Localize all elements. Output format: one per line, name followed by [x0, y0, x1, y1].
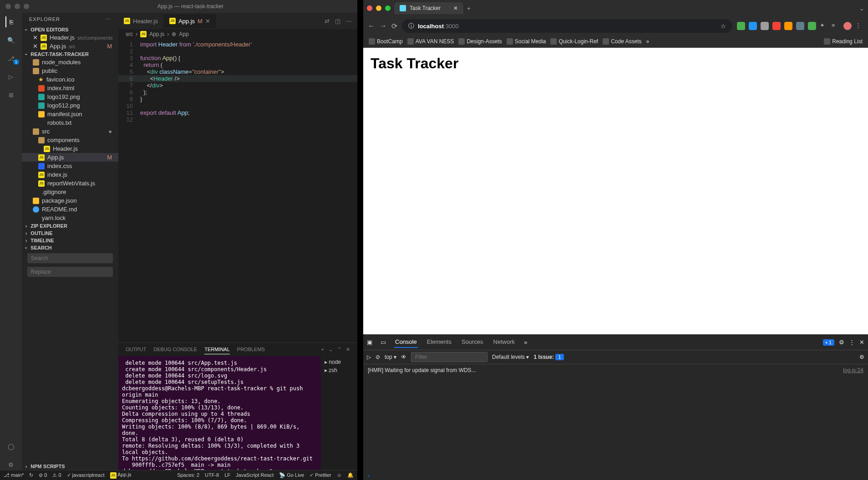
browser-tab[interactable]: Task Tracker ✕ [394, 2, 463, 14]
close-icon[interactable]: ✕ [33, 34, 38, 41]
file-tree-item[interactable]: manifest.json [22, 110, 118, 118]
maximize-icon[interactable] [385, 5, 391, 11]
file-tree-item[interactable]: JSreportWebVitals.js [22, 179, 118, 188]
file-tree-item[interactable]: index.css [22, 162, 118, 170]
ext-icon[interactable] [796, 22, 804, 30]
devtools-tab[interactable]: Sources [461, 337, 484, 348]
errors-count[interactable]: ⊘ 0 [39, 472, 47, 478]
menu-icon[interactable]: ≡ [832, 22, 840, 30]
eye-icon[interactable]: 👁 [401, 354, 406, 360]
panel-tab[interactable]: PROBLEMS [237, 345, 265, 354]
prettier-button[interactable]: ✓ Prettier [310, 472, 331, 478]
open-editor-item[interactable]: ✕JSHeader.js src/components [22, 33, 118, 42]
file-tree-item[interactable]: .gitignore [22, 188, 118, 196]
settings-gear-icon[interactable]: ⚙ [5, 459, 16, 470]
ext-icon[interactable] [784, 22, 792, 30]
log-source[interactable]: log.js:24 [843, 367, 863, 373]
bookmark-item[interactable]: BootCamp [369, 38, 403, 45]
file-tree-item[interactable]: package.json [22, 196, 118, 205]
clear-icon[interactable]: ⊘ [376, 354, 380, 360]
chrome-menu-icon[interactable]: ⋮ [855, 22, 863, 30]
close-icon[interactable] [5, 4, 11, 9]
npm-scripts-section[interactable]: NPM SCRIPTS [22, 463, 118, 470]
panel-tab[interactable]: DEBUG CONSOLE [153, 345, 197, 354]
more-icon[interactable]: ⋯ [106, 16, 111, 22]
back-icon[interactable]: ← [368, 22, 375, 30]
spaces-indicator[interactable]: Spaces: 2 [177, 472, 199, 478]
file-tree-item[interactable]: index.html [22, 84, 118, 92]
feedback-icon[interactable]: ☺ [337, 472, 342, 478]
debug-icon[interactable]: ▷ [5, 71, 16, 82]
split-icon[interactable]: ◫ [335, 18, 340, 25]
execute-icon[interactable]: ▷ [367, 354, 371, 360]
ext-icon[interactable] [761, 22, 769, 30]
outline-section[interactable]: OUTLINE [22, 230, 118, 237]
console-prompt[interactable]: › [363, 471, 868, 480]
project-section[interactable]: REACT-TASK-TRACKER [22, 51, 118, 58]
devtools-tab[interactable]: Elements [426, 337, 452, 348]
chevron-down-icon[interactable]: ⌄ [329, 347, 333, 352]
forward-icon[interactable]: → [380, 22, 387, 30]
info-icon[interactable]: ⓘ [408, 22, 414, 30]
close-icon[interactable]: ✕ [859, 339, 864, 346]
warnings-count[interactable]: ⚠ 0 [52, 472, 61, 478]
search-icon[interactable]: 🔍 [5, 35, 16, 46]
file-tree-item[interactable]: ★favicon.ico [22, 75, 118, 84]
go-live-button[interactable]: 📡 Go Live [279, 472, 304, 478]
code-editor[interactable]: 1import Header from './components/Header… [118, 39, 357, 342]
close-panel-icon[interactable]: ✕ [346, 347, 350, 352]
console-output[interactable]: [HMR] Waiting for update signal from WDS… [363, 364, 868, 471]
devtools-tab[interactable]: Network [492, 337, 516, 348]
lint-status[interactable]: ✓ javascriptreact [67, 472, 105, 478]
compare-icon[interactable]: ⇄ [325, 18, 330, 25]
new-tab-icon[interactable]: + [467, 5, 471, 12]
devtools-tab[interactable]: Console [394, 337, 418, 348]
context-selector[interactable]: top ▾ [385, 354, 396, 360]
device-icon[interactable]: ▭ [381, 339, 386, 346]
eol-indicator[interactable]: LF [224, 472, 230, 478]
open-editors-section[interactable]: OPEN EDITORS [22, 26, 118, 33]
file-tree-item[interactable]: JSApp.jsM [22, 153, 118, 162]
maximize-icon[interactable] [24, 4, 29, 9]
more-bookmarks-icon[interactable]: » [646, 38, 650, 45]
filter-input[interactable] [411, 352, 487, 362]
sync-icon[interactable]: ↻ [29, 472, 33, 478]
editor-tab[interactable]: JSApp.jsM✕ [164, 14, 216, 28]
timeline-section[interactable]: TIMELINE [22, 237, 118, 244]
search-section[interactable]: SEARCH [22, 244, 118, 251]
more-icon[interactable]: ⋮ [849, 339, 855, 346]
bell-icon[interactable]: 🔔 [347, 472, 354, 478]
file-tree-item[interactable]: robots.txt [22, 118, 118, 127]
ext-icon[interactable] [737, 22, 745, 30]
panel-tab[interactable]: OUTPUT [126, 345, 146, 354]
explorer-icon[interactable]: ⎘ [5, 16, 16, 27]
terminal-node[interactable]: ▸ node [323, 358, 355, 366]
close-icon[interactable]: ✕ [33, 43, 38, 50]
minimize-icon[interactable] [15, 4, 20, 9]
zip-explorer-section[interactable]: ZIP EXPLORER [22, 222, 118, 230]
ext-icon[interactable] [749, 22, 757, 30]
ext-icon[interactable] [808, 22, 816, 30]
bookmark-item[interactable]: Design-Assets [458, 38, 502, 45]
bookmark-item[interactable]: Social Media [507, 38, 546, 45]
file-tree-item[interactable]: README.md [22, 205, 118, 214]
extensions-icon[interactable]: ✦ [820, 22, 828, 30]
file-tree-item[interactable]: components [22, 136, 118, 144]
close-icon[interactable] [367, 5, 372, 11]
issues-count[interactable]: 1 Issue: 1 [533, 354, 563, 360]
settings-gear-icon[interactable]: ⚙ [839, 339, 844, 346]
minimize-icon[interactable] [376, 5, 381, 11]
search-input[interactable] [27, 253, 113, 263]
star-icon[interactable]: ☆ [721, 23, 726, 30]
inspect-icon[interactable]: ▣ [367, 339, 372, 346]
settings-gear-icon[interactable]: ⚙ [859, 354, 864, 360]
add-terminal-icon[interactable]: + [321, 347, 324, 352]
file-tree-item[interactable]: node_modules [22, 58, 118, 66]
source-control-icon[interactable]: ⎇ [5, 53, 16, 64]
file-tree-item[interactable]: src● [22, 127, 118, 136]
levels-selector[interactable]: Default levels ▾ [492, 354, 529, 360]
file-tree-item[interactable]: yarn.lock [22, 214, 118, 222]
close-tab-icon[interactable]: ✕ [453, 5, 458, 11]
encoding-indicator[interactable]: UTF-8 [205, 472, 219, 478]
language-indicator[interactable]: JavaScript React [236, 472, 274, 478]
